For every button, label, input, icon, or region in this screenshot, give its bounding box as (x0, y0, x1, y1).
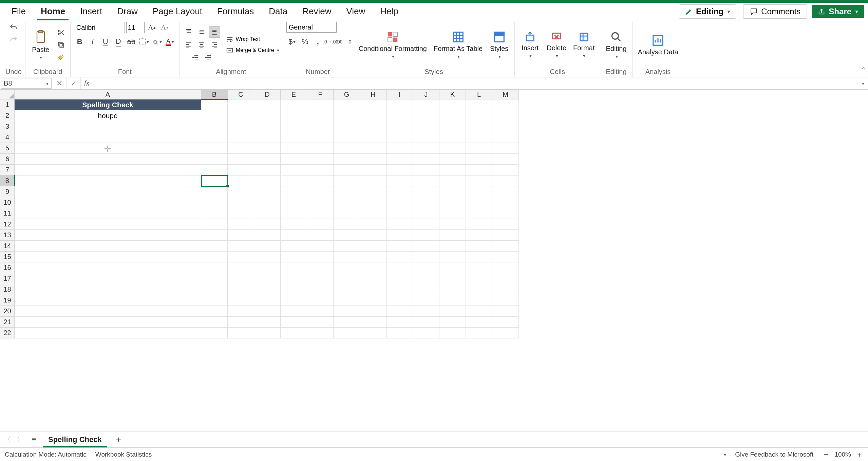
cell[interactable] (466, 165, 492, 176)
cell[interactable] (466, 295, 492, 306)
shrink-font-button[interactable]: A▾ (159, 22, 170, 33)
cell[interactable] (307, 99, 334, 110)
font-size-select[interactable] (126, 22, 145, 33)
cell[interactable] (281, 165, 307, 176)
cell[interactable] (281, 132, 307, 143)
cell[interactable] (201, 154, 228, 165)
cell[interactable] (360, 262, 386, 273)
cell[interactable] (281, 121, 307, 132)
cell[interactable] (201, 165, 228, 176)
fx-label[interactable]: fx (81, 77, 93, 89)
row-header[interactable]: 18 (0, 284, 15, 295)
cell[interactable] (492, 252, 519, 262)
tab-view[interactable]: View (339, 3, 373, 20)
cell[interactable] (15, 165, 201, 176)
cell[interactable] (307, 154, 334, 165)
column-header[interactable]: E (281, 90, 307, 99)
prev-sheet-button[interactable]: 〈 (3, 435, 12, 444)
cell[interactable] (281, 208, 307, 219)
cell[interactable] (15, 252, 201, 262)
tab-review[interactable]: Review (295, 3, 339, 20)
row-header[interactable]: 10 (0, 197, 15, 208)
row-header[interactable]: 22 (0, 328, 15, 338)
copy-button[interactable] (55, 39, 67, 51)
cell[interactable] (281, 284, 307, 295)
row-header[interactable]: 21 (0, 317, 15, 328)
cell[interactable] (413, 110, 439, 121)
row-header[interactable]: 3 (0, 121, 15, 132)
cell[interactable] (492, 306, 519, 317)
cell[interactable] (386, 110, 413, 121)
cell[interactable] (334, 219, 360, 230)
cell[interactable] (15, 176, 201, 186)
row-header[interactable]: 2 (0, 110, 15, 121)
cell[interactable] (466, 262, 492, 273)
zoom-in-button[interactable]: ＋ (856, 449, 863, 460)
cell[interactable] (386, 241, 413, 252)
cell[interactable] (386, 208, 413, 219)
editing-group-button[interactable]: Editing▾ (604, 29, 628, 60)
column-header[interactable]: G (334, 90, 360, 99)
cell[interactable] (228, 208, 254, 219)
cell[interactable] (254, 154, 281, 165)
cell[interactable] (281, 241, 307, 252)
cell[interactable] (15, 241, 201, 252)
cell[interactable] (228, 328, 254, 338)
cell[interactable] (201, 186, 228, 197)
cell[interactable] (439, 295, 466, 306)
align-middle-button[interactable] (196, 26, 207, 38)
cell[interactable] (307, 143, 334, 154)
row-header[interactable]: 7 (0, 165, 15, 176)
cell[interactable] (334, 99, 360, 110)
cell[interactable] (386, 197, 413, 208)
cell[interactable] (386, 328, 413, 338)
cell[interactable]: houpe (15, 110, 201, 121)
cell[interactable] (466, 317, 492, 328)
cell[interactable] (307, 121, 334, 132)
cell[interactable] (307, 230, 334, 241)
cell[interactable] (228, 99, 254, 110)
cell[interactable] (307, 197, 334, 208)
merge-center-button[interactable]: Merge & Centre ▾ (226, 47, 279, 54)
column-header[interactable]: D (254, 90, 281, 99)
cell[interactable] (386, 99, 413, 110)
cell[interactable] (466, 110, 492, 121)
add-sheet-button[interactable]: ＋ (111, 434, 126, 445)
number-format-select[interactable] (286, 22, 337, 33)
cell[interactable] (201, 143, 228, 154)
cell[interactable] (439, 306, 466, 317)
tab-file[interactable]: File (4, 3, 33, 20)
cell[interactable] (466, 99, 492, 110)
cell[interactable] (15, 121, 201, 132)
cell[interactable] (307, 176, 334, 186)
cell[interactable] (360, 208, 386, 219)
cell[interactable] (386, 295, 413, 306)
cell[interactable] (15, 284, 201, 295)
cell[interactable] (413, 273, 439, 284)
cell[interactable] (386, 154, 413, 165)
column-header[interactable]: K (439, 90, 466, 99)
cell[interactable] (307, 186, 334, 197)
cell[interactable] (15, 328, 201, 338)
cell[interactable] (386, 230, 413, 241)
cell[interactable] (201, 241, 228, 252)
tab-formulas[interactable]: Formulas (210, 3, 261, 20)
cell[interactable] (413, 241, 439, 252)
cell[interactable] (201, 99, 228, 110)
cell[interactable] (334, 110, 360, 121)
cell[interactable] (439, 230, 466, 241)
percent-button[interactable]: % (299, 36, 311, 48)
row-header[interactable]: 8 (0, 176, 15, 186)
cell[interactable] (201, 197, 228, 208)
cell[interactable] (254, 176, 281, 186)
cell[interactable] (334, 197, 360, 208)
cell[interactable] (492, 230, 519, 241)
zoom-value[interactable]: 100% (834, 451, 851, 458)
cell[interactable] (281, 295, 307, 306)
cell[interactable] (254, 121, 281, 132)
cell[interactable] (334, 176, 360, 186)
cell[interactable] (281, 197, 307, 208)
cell[interactable] (281, 328, 307, 338)
cell[interactable] (492, 154, 519, 165)
share-button[interactable]: Share ▾ (812, 5, 864, 18)
